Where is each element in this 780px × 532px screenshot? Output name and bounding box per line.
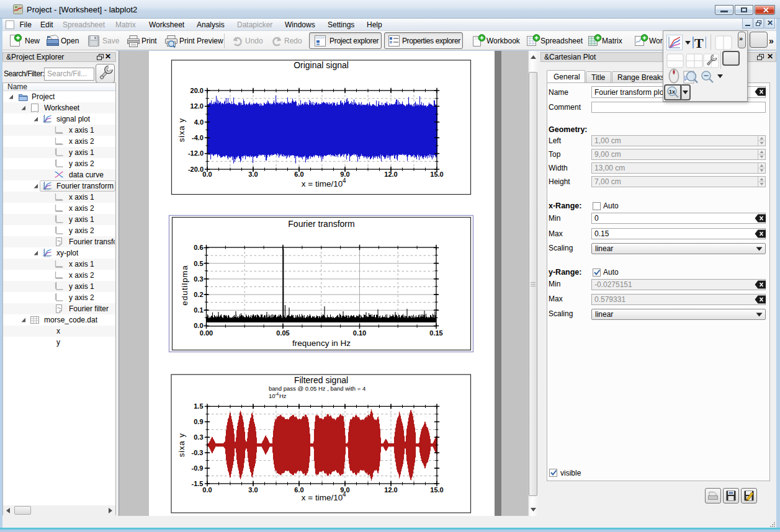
svg-text:Hz: Hz bbox=[279, 392, 287, 399]
svg-text:0.1: 0.1 bbox=[194, 306, 203, 314]
svg-text:-4.0: -4.0 bbox=[192, 134, 204, 141]
svg-text:0.0: 0.0 bbox=[202, 171, 212, 178]
svg-text:0.2: 0.2 bbox=[194, 291, 203, 298]
svg-text:0.10: 0.10 bbox=[353, 329, 366, 337]
svg-text:0.15: 0.15 bbox=[429, 329, 442, 337]
svg-text:0.3: 0.3 bbox=[194, 433, 203, 441]
svg-text:15.0: 15.0 bbox=[430, 486, 443, 494]
svg-text:Original signal: Original signal bbox=[294, 60, 349, 70]
svg-text:edutilpma: edutilpma bbox=[180, 265, 189, 305]
svg-text:0.3: 0.3 bbox=[194, 275, 203, 283]
svg-text:1x: 1x bbox=[669, 89, 675, 95]
svg-text:-4: -4 bbox=[275, 392, 279, 396]
svg-text:12.0: 12.0 bbox=[384, 171, 397, 178]
svg-text:3.0: 3.0 bbox=[248, 486, 258, 494]
svg-text:4: 4 bbox=[343, 491, 346, 498]
svg-text:sixa y: sixa y bbox=[177, 118, 186, 142]
svg-text:sixa y: sixa y bbox=[177, 433, 186, 457]
svg-text:0.05: 0.05 bbox=[276, 329, 289, 337]
svg-text:1.5: 1.5 bbox=[194, 402, 203, 410]
svg-text:6.0: 6.0 bbox=[294, 486, 303, 494]
svg-text:band pass @ 0.05 Hz , band wi: band pass @ 0.05 Hz , band with = 4 bbox=[269, 385, 365, 392]
svg-text:15.0: 15.0 bbox=[430, 171, 443, 178]
svg-text:20.0: 20.0 bbox=[191, 87, 204, 94]
svg-text:0.9: 0.9 bbox=[194, 418, 203, 425]
svg-text:Filtered signal: Filtered signal bbox=[294, 375, 348, 385]
svg-text:frequency in Hz: frequency in Hz bbox=[292, 339, 351, 348]
svg-text:0.0: 0.0 bbox=[194, 322, 203, 329]
svg-text:x = time/10: x = time/10 bbox=[302, 493, 343, 502]
svg-text:-0.3: -0.3 bbox=[192, 449, 204, 456]
svg-text:10: 10 bbox=[269, 392, 276, 399]
svg-text:-12.0: -12.0 bbox=[188, 149, 204, 157]
svg-text:0.6: 0.6 bbox=[194, 244, 203, 251]
svg-text:12.0: 12.0 bbox=[191, 102, 204, 110]
svg-text:4.0: 4.0 bbox=[194, 118, 204, 126]
svg-text:-0.9: -0.9 bbox=[192, 464, 204, 472]
svg-text:0.00: 0.00 bbox=[200, 329, 213, 337]
svg-text:12.0: 12.0 bbox=[384, 486, 397, 494]
svg-text:-1.5: -1.5 bbox=[192, 480, 204, 487]
svg-text:4: 4 bbox=[343, 177, 346, 184]
svg-text:x = time/10: x = time/10 bbox=[302, 179, 343, 188]
svg-text:6.0: 6.0 bbox=[294, 171, 303, 178]
svg-text:-20.0: -20.0 bbox=[188, 166, 204, 173]
svg-text:3.0: 3.0 bbox=[248, 171, 258, 178]
svg-text:0.0: 0.0 bbox=[202, 486, 212, 494]
svg-text:0.5: 0.5 bbox=[194, 260, 203, 267]
svg-text:Fourier transform: Fourier transform bbox=[288, 219, 354, 229]
